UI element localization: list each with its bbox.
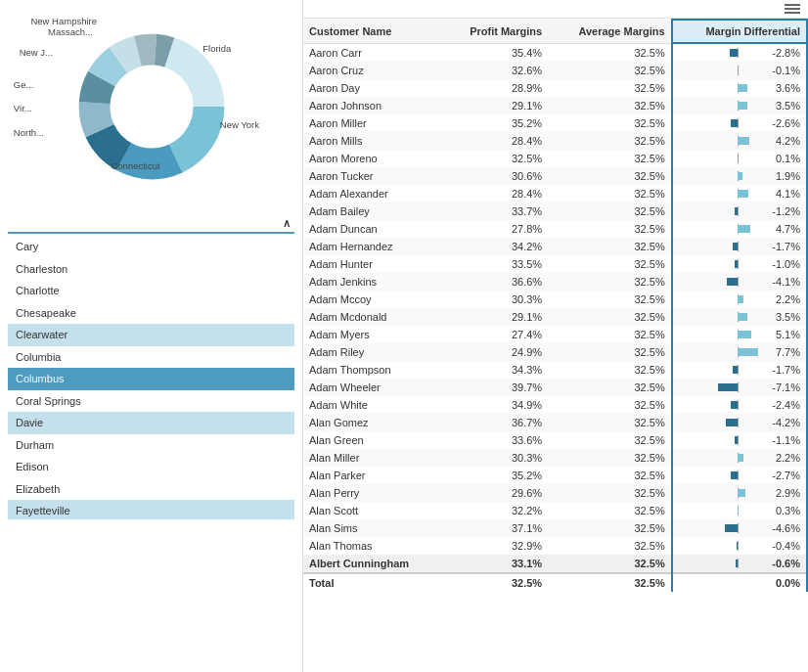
cell-avg: 32.5%: [548, 502, 672, 519]
list-item[interactable]: Elizabeth: [8, 478, 294, 501]
cell-name: Adam Wheeler: [303, 379, 443, 396]
table-row: Adam Riley 24.9% 32.5% 7.7%: [303, 343, 807, 361]
cell-name: Aaron Tucker: [303, 167, 443, 185]
list-item[interactable]: Coral Springs: [8, 390, 294, 413]
cell-diff: 7.7%: [672, 343, 807, 361]
list-item[interactable]: Davie: [8, 412, 294, 434]
list-item[interactable]: Columbia: [8, 346, 294, 369]
table-container[interactable]: Customer Name Profit Margins Average Mar…: [303, 19, 808, 672]
name-list-section: ∧ CaryCharlestonCharlotteChesapeakeClear…: [8, 215, 294, 662]
table-row: Adam Jenkins 36.6% 32.5% -4.1%: [303, 273, 807, 291]
cell-profit: 27.4%: [443, 326, 548, 343]
cell-name: Adam Hernandez: [303, 238, 443, 255]
svg-point-10: [112, 67, 191, 147]
diff-value: -2.7%: [766, 470, 800, 481]
top-bar: [303, 0, 808, 19]
diff-value: 4.2%: [766, 135, 800, 147]
list-item[interactable]: Clearwater: [8, 324, 294, 346]
cell-profit: 34.9%: [443, 396, 548, 414]
cell-avg: 32.5%: [548, 361, 672, 379]
list-item[interactable]: Durham: [8, 434, 294, 457]
cell-diff: -1.1%: [672, 431, 807, 449]
cell-avg: 32.5%: [548, 202, 672, 220]
label-mass: Massach...: [48, 26, 93, 37]
cell-profit: 28.4%: [443, 132, 548, 150]
cell-avg: 32.5%: [548, 43, 672, 62]
right-panel: Customer Name Profit Margins Average Mar…: [303, 0, 808, 672]
cell-profit: 35.2%: [443, 467, 548, 484]
hamburger-icon[interactable]: [785, 4, 800, 14]
table-row: Alan Sims 37.1% 32.5% -4.6%: [303, 519, 807, 537]
table-row: Aaron Cruz 32.6% 32.5% -0.1%: [303, 62, 807, 79]
cell-name: Alan Miller: [303, 449, 443, 467]
cell-diff: 3.6%: [672, 79, 807, 97]
list-item[interactable]: Edison: [8, 456, 294, 478]
cell-profit: 32.5%: [443, 150, 548, 167]
name-list-scroll[interactable]: CaryCharlestonCharlotteChesapeakeClearwa…: [8, 236, 294, 519]
cell-profit: 34.3%: [443, 361, 548, 379]
cell-diff: 2.2%: [672, 449, 807, 467]
cell-profit: 37.1%: [443, 519, 548, 537]
cell-avg: 32.5%: [548, 167, 672, 185]
col-profit-margins: Profit Margins: [443, 20, 548, 43]
cell-avg: 32.5%: [548, 343, 672, 361]
list-item[interactable]: Charlotte: [8, 280, 294, 302]
list-item[interactable]: Chesapeake: [8, 302, 294, 325]
col-customer-name: Customer Name: [303, 20, 443, 43]
table-row: Alan Thomas 32.9% 32.5% -0.4%: [303, 537, 807, 555]
cell-avg: 32.5%: [548, 519, 672, 537]
cell-name: Aaron Carr: [303, 43, 443, 62]
diff-value: 5.1%: [766, 329, 800, 340]
list-item[interactable]: Fayetteville: [8, 500, 294, 519]
cell-profit: 36.7%: [443, 414, 548, 431]
cell-name: Alan Sims: [303, 519, 443, 537]
table-row: Alan Perry 29.6% 32.5% 2.9%: [303, 484, 807, 502]
cell-profit: 33.7%: [443, 202, 548, 220]
diff-value: 1.9%: [766, 170, 800, 182]
cell-diff: -2.6%: [672, 114, 807, 132]
cell-diff: 4.2%: [672, 132, 807, 150]
table-row: Aaron Johnson 29.1% 32.5% 3.5%: [303, 97, 807, 114]
diff-value: -2.8%: [766, 47, 800, 59]
diff-value: 0.1%: [766, 153, 800, 164]
cell-name: Adam White: [303, 396, 443, 414]
cell-profit: 30.6%: [443, 167, 548, 185]
table-row: Adam Mccoy 30.3% 32.5% 2.2%: [303, 291, 807, 308]
cell-diff: -1.7%: [672, 238, 807, 255]
table-row: Aaron Carr 35.4% 32.5% -2.8%: [303, 43, 807, 62]
table-row: Adam Duncan 27.8% 32.5% 4.7%: [303, 220, 807, 238]
diff-value: -0.6%: [766, 558, 800, 569]
table-row: Adam Bailey 33.7% 32.5% -1.2%: [303, 202, 807, 220]
cell-name: Aaron Johnson: [303, 97, 443, 114]
cell-avg: 32.5%: [548, 467, 672, 484]
cell-name: Alan Scott: [303, 502, 443, 519]
cell-profit: 35.2%: [443, 114, 548, 132]
cell-avg: 32.5%: [548, 150, 672, 167]
diff-value: -2.6%: [766, 117, 800, 129]
cell-name: Aaron Mills: [303, 132, 443, 150]
cell-avg: 32.5%: [548, 555, 672, 573]
cell-profit: 24.9%: [443, 343, 548, 361]
table-row: Alan Parker 35.2% 32.5% -2.7%: [303, 467, 807, 484]
cell-avg: 32.5%: [548, 484, 672, 502]
table-row: Aaron Tucker 30.6% 32.5% 1.9%: [303, 167, 807, 185]
cell-avg: 32.5%: [548, 291, 672, 308]
diff-value: -1.2%: [766, 205, 800, 217]
total-avg: 32.5%: [548, 573, 672, 592]
cell-diff: 1.9%: [672, 167, 807, 185]
table-row: Alan Gomez 36.7% 32.5% -4.2%: [303, 414, 807, 431]
diff-value: -1.1%: [766, 434, 800, 446]
list-item[interactable]: Cary: [8, 236, 294, 258]
cell-avg: 32.5%: [548, 185, 672, 202]
cell-profit: 39.7%: [443, 379, 548, 396]
cell-avg: 32.5%: [548, 396, 672, 414]
cell-avg: 32.5%: [548, 537, 672, 555]
table-row: Aaron Moreno 32.5% 32.5% 0.1%: [303, 150, 807, 167]
sort-icon[interactable]: ∧: [283, 217, 291, 230]
diff-value: -4.1%: [766, 276, 800, 288]
table-row: Adam Wheeler 39.7% 32.5% -7.1%: [303, 379, 807, 396]
list-item[interactable]: Columbus: [8, 368, 294, 390]
list-item[interactable]: Charleston: [8, 258, 294, 281]
cell-diff: 4.1%: [672, 185, 807, 202]
label-connecticut: Connecticut: [111, 160, 159, 171]
